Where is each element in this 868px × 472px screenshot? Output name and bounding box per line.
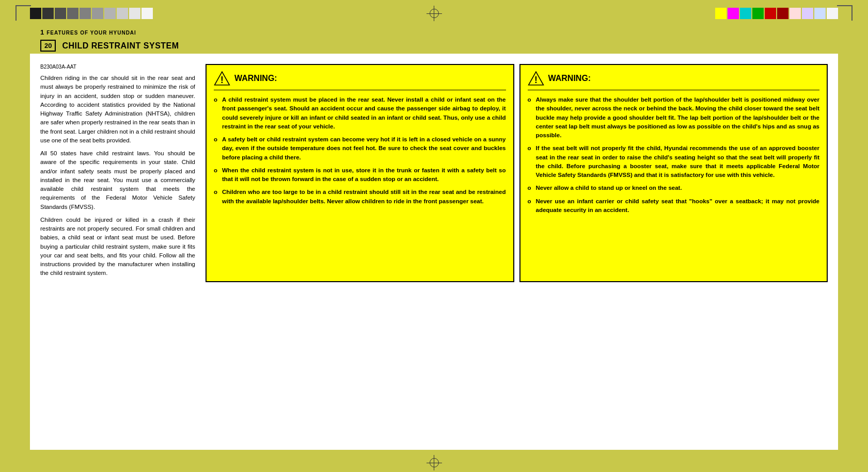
color-block-r7 <box>790 8 801 19</box>
left-column: B230A03A-AAT Children riding in the car … <box>40 64 206 282</box>
color-block-r1 <box>715 8 727 19</box>
chapter-number: 1 <box>40 28 44 36</box>
reference-code: B230A03A-AAT <box>40 64 195 70</box>
warning-box-1: ! WARNING: A child restraint system must… <box>206 64 514 282</box>
color-block-4 <box>67 8 78 19</box>
page-title: CHILD RESTRAINT SYSTEM <box>62 41 179 51</box>
bottom-crosshair-area <box>0 450 868 472</box>
color-block-10 <box>141 8 153 19</box>
page-number: 20 <box>40 40 56 52</box>
top-registration <box>0 0 868 27</box>
warning-columns: ! WARNING: A child restraint system must… <box>206 64 828 282</box>
warning-triangle-icon-2: ! <box>528 70 544 87</box>
color-block-8 <box>117 8 128 19</box>
svg-text:!: ! <box>534 75 538 85</box>
warning-item-2-3: Never allow a child to stand up or kneel… <box>528 184 820 192</box>
body-paragraph-1: Children riding in the car should sit in… <box>40 74 195 145</box>
color-block-r8 <box>802 8 813 19</box>
color-block-2 <box>42 8 54 19</box>
warning-title-2: WARNING: <box>548 74 591 83</box>
color-block-r6 <box>777 8 788 19</box>
color-block-r9 <box>814 8 826 19</box>
warning-header-2: ! WARNING: <box>528 70 820 90</box>
warning-item-1-2: A safety belt or child restraint system … <box>214 135 506 162</box>
body-text: Children riding in the car should sit in… <box>40 74 195 278</box>
warning-header-1: ! WARNING: <box>214 70 506 90</box>
color-block-3 <box>55 8 66 19</box>
color-block-r10 <box>827 8 838 19</box>
body-paragraph-3: Children could be injured or killed in a… <box>40 216 195 278</box>
content-area: B230A03A-AAT Children riding in the car … <box>30 54 838 287</box>
warning-item-2-4: Never use an infant carrier or child saf… <box>528 197 820 215</box>
color-strip-left <box>30 8 153 19</box>
section-header: 20 CHILD RESTRAINT SYSTEM <box>30 38 838 54</box>
color-block-7 <box>104 8 116 19</box>
color-block-r2 <box>728 8 739 19</box>
warning-list-1: A child restraint system must be placed … <box>214 95 506 206</box>
chapter-title: FEATURES OF YOUR HYUNDAI <box>46 30 136 36</box>
main-content: 1FEATURES OF YOUR HYUNDAI 20 CHILD RESTR… <box>30 27 838 450</box>
chapter-header: 1FEATURES OF YOUR HYUNDAI <box>30 27 838 38</box>
warning-title-1: WARNING: <box>234 74 277 83</box>
warning-item-2-2: If the seat belt will not properly fit t… <box>528 144 820 180</box>
warning-item-2-1: Always make sure that the shoulder belt … <box>528 95 820 140</box>
warning-box-2: ! WARNING: Always make sure that the sho… <box>519 64 828 282</box>
color-strip-right <box>715 8 838 19</box>
svg-text:!: ! <box>220 75 224 85</box>
crosshair-top <box>427 6 442 21</box>
warning-list-2: Always make sure that the shoulder belt … <box>528 95 820 215</box>
warning-item-1-3: When the child restraint system is not i… <box>214 166 506 184</box>
color-block-r5 <box>765 8 776 19</box>
crosshair-bottom <box>427 455 442 470</box>
color-block-6 <box>92 8 103 19</box>
warning-item-1-1: A child restraint system must be placed … <box>214 95 506 131</box>
color-block-1 <box>30 8 41 19</box>
body-paragraph-2: All 50 states have child restraint laws.… <box>40 149 195 211</box>
warning-item-1-4: Children who are too large to be in a ch… <box>214 188 506 206</box>
color-block-5 <box>80 8 91 19</box>
color-block-r3 <box>740 8 751 19</box>
color-block-9 <box>129 8 140 19</box>
warning-triangle-icon-1: ! <box>214 70 230 87</box>
color-block-r4 <box>752 8 764 19</box>
